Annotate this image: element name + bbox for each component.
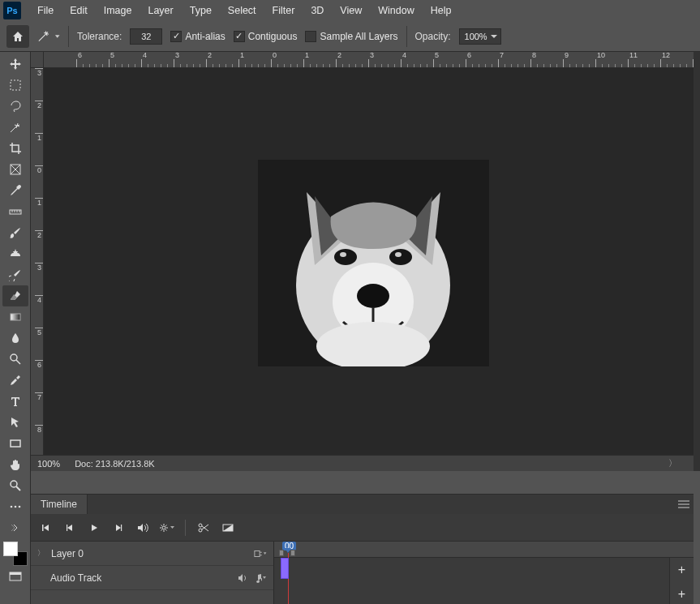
magic-wand-icon [37,30,53,43]
menu-select[interactable]: Select [220,2,264,19]
zoom-tool[interactable] [2,475,28,496]
add-audio-button[interactable]: + [669,582,694,604]
menu-image[interactable]: Image [96,2,140,19]
blur-tool[interactable] [2,328,28,349]
foreground-color-swatch[interactable] [3,542,18,556]
current-tool-indicator[interactable] [37,28,60,45]
add-media-button[interactable]: + [669,558,694,582]
work-area-start[interactable] [279,550,284,556]
svg-point-6 [11,481,17,487]
svg-point-7 [10,506,12,508]
menu-bar: Ps File Edit Image Layer Type Select Fil… [0,0,700,21]
app-logo: Ps [3,2,21,19]
video-track-header[interactable]: 〉 Layer 0 [31,542,273,566]
pen-tool[interactable] [2,370,28,391]
music-icon[interactable] [254,572,267,585]
previous-frame-button[interactable] [60,518,79,538]
menu-window[interactable]: Window [370,2,422,19]
ruler-tool[interactable] [2,201,28,222]
eraser-tool[interactable] [2,285,28,306]
brush-tool[interactable] [2,222,28,243]
track-options-icon[interactable] [254,547,267,560]
canvas[interactable] [44,68,700,455]
svg-point-25 [199,529,202,532]
timeline-tab[interactable]: Timeline [31,495,88,514]
screen-mode-button[interactable] [2,566,28,587]
go-to-first-frame-button[interactable] [36,518,55,538]
panel-menu-button[interactable] [674,495,694,514]
menu-icon [678,500,689,508]
transition-button[interactable] [218,518,238,538]
next-frame-button[interactable] [109,518,128,538]
timeline-settings-button[interactable] [157,518,177,538]
vertical-ruler[interactable]: 3210123456789 [31,68,44,455]
hand-tool[interactable] [2,454,28,475]
opacity-select[interactable]: 100% [459,28,501,45]
history-brush-tool[interactable] [2,264,28,285]
rectangle-tool[interactable] [2,433,28,454]
path-selection-tool[interactable] [2,412,28,433]
eyedropper-tool[interactable] [2,180,28,201]
right-panel-dock[interactable] [694,52,700,471]
move-tool[interactable] [2,54,28,75]
checkbox-icon [305,31,316,42]
expand-panels-button[interactable] [2,517,28,538]
zoom-level[interactable]: 100% [37,459,60,469]
menu-3d[interactable]: 3D [303,2,332,19]
audio-track-header[interactable]: Audio Track [31,566,273,590]
svg-point-24 [199,524,202,527]
checkbox-icon [170,31,182,42]
antialias-checkbox[interactable]: Anti-alias [170,31,225,42]
status-bar: 100% Doc: 213.8K/213.8K 〉 [31,455,700,471]
video-clip[interactable] [281,558,289,579]
tolerance-label: Tolerance: [77,31,122,42]
chevron-right-icon[interactable]: 〉 [37,548,45,559]
timeline-scale[interactable]: 00 [274,542,694,558]
play-button[interactable] [84,518,104,538]
svg-point-15 [389,249,412,265]
menu-help[interactable]: Help [423,2,460,19]
options-bar: Tolerance: Anti-alias Contiguous Sample … [0,21,700,52]
svg-point-9 [18,506,20,508]
split-clip-button[interactable] [194,518,213,538]
timeline-controls [31,514,694,542]
chevron-down-icon [54,33,60,40]
timeline-panel: Timeline 〉 Layer 0 Audio Track [31,494,694,604]
type-tool[interactable] [2,391,28,412]
home-button[interactable] [6,25,29,48]
gradient-tool[interactable] [2,306,28,328]
timeline-ruler-area[interactable]: 00 + + [274,542,694,604]
track-headers: 〉 Layer 0 Audio Track [31,542,274,604]
menu-type[interactable]: Type [182,2,220,19]
menu-file[interactable]: File [29,2,62,19]
document-size[interactable]: Doc: 213.8K/213.8K [75,459,154,469]
clone-stamp-tool[interactable] [2,243,28,264]
color-swatches[interactable] [3,542,28,566]
svg-rect-3 [11,314,20,320]
opacity-label: Opacity: [415,31,451,42]
mute-audio-button[interactable] [133,518,152,538]
tools-panel [0,52,31,604]
crop-tool[interactable] [2,138,28,159]
dodge-tool[interactable] [2,349,28,370]
contiguous-checkbox[interactable]: Contiguous [234,31,298,42]
timeline-tracks: 〉 Layer 0 Audio Track 00 [31,542,694,604]
lasso-tool[interactable] [2,96,28,117]
menu-edit[interactable]: Edit [62,2,96,19]
audio-icon[interactable] [236,572,249,585]
marquee-tool[interactable] [2,75,28,96]
frame-tool[interactable] [2,159,28,180]
magic-wand-tool[interactable] [2,117,28,138]
menu-layer[interactable]: Layer [140,2,181,19]
tolerance-input[interactable] [130,28,162,45]
menu-filter[interactable]: Filter [264,2,303,19]
svg-rect-0 [11,80,20,90]
svg-rect-5 [11,440,20,447]
document-image [258,160,489,366]
more-tools-button[interactable] [2,496,28,517]
svg-point-8 [14,506,16,508]
sample-all-layers-checkbox[interactable]: Sample All Layers [305,31,397,42]
horizontal-ruler[interactable]: 654321012345678910111213 [44,52,700,68]
menu-view[interactable]: View [332,2,370,19]
status-flyout-icon[interactable]: 〉 [668,457,677,469]
